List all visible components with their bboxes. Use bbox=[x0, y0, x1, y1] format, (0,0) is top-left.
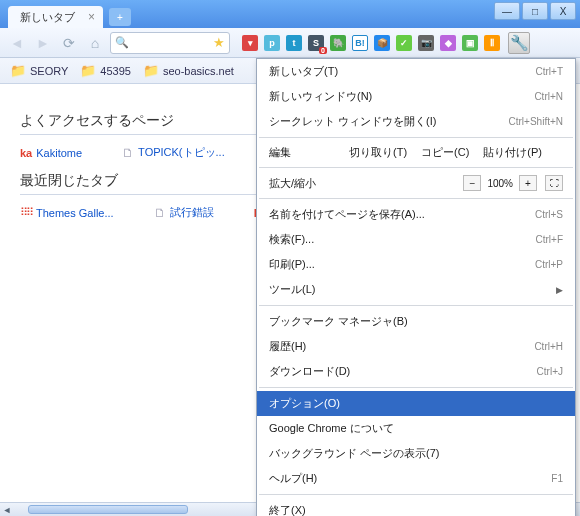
most-visited-item[interactable]: kaKakitome bbox=[20, 145, 82, 160]
menu-exit[interactable]: 終了(X) bbox=[257, 498, 575, 516]
recent-item[interactable]: ⠿⠿Themes Galle... bbox=[20, 205, 114, 220]
menu-label: オプション(O) bbox=[269, 396, 340, 411]
window-titlebar: 新しいタブ × + — □ X bbox=[0, 0, 580, 28]
ext-icon[interactable]: ◆ bbox=[440, 35, 456, 51]
menu-label: 拡大/縮小 bbox=[269, 176, 341, 191]
menu-shortcut: Ctrl+H bbox=[534, 341, 563, 352]
bookmark-folder[interactable]: 📁45395 bbox=[80, 63, 131, 78]
menu-label: 検索(F)... bbox=[269, 232, 314, 247]
maximize-button[interactable]: □ bbox=[522, 2, 548, 20]
menu-paste[interactable]: 貼り付け(P) bbox=[483, 145, 542, 160]
zoom-in-button[interactable]: + bbox=[519, 175, 537, 191]
bookmark-folder[interactable]: 📁seo-basics.net bbox=[143, 63, 234, 78]
back-button[interactable]: ◄ bbox=[6, 32, 28, 54]
menu-label: 新しいウィンドウ(N) bbox=[269, 89, 372, 104]
new-tab-button[interactable]: + bbox=[109, 8, 131, 26]
star-icon[interactable]: ★ bbox=[213, 35, 225, 50]
menu-shortcut: Ctrl+J bbox=[537, 366, 563, 377]
toolbar: ◄ ► ⟳ ⌂ 🔍 ★ ▾ p t S0 🐘 B! 📦 ✓ 📷 ◆ ▣ Ⅱ 🔧 bbox=[0, 28, 580, 58]
item-label: TOPICK(トピッ... bbox=[138, 145, 225, 160]
menu-label: 名前を付けてページを保存(A)... bbox=[269, 207, 425, 222]
ext-icon[interactable]: p bbox=[264, 35, 280, 51]
menu-history[interactable]: 履歴(H)Ctrl+H bbox=[257, 334, 575, 359]
wrench-menu-button[interactable]: 🔧 bbox=[508, 32, 530, 54]
ext-icon[interactable]: 📦 bbox=[374, 35, 390, 51]
menu-label: 編集 bbox=[269, 145, 341, 160]
bookmark-label: SEORY bbox=[30, 65, 68, 77]
ext-icon[interactable]: 🐘 bbox=[330, 35, 346, 51]
menu-shortcut: Ctrl+F bbox=[536, 234, 564, 245]
ext-icon[interactable]: t bbox=[286, 35, 302, 51]
forward-button[interactable]: ► bbox=[32, 32, 54, 54]
menu-find[interactable]: 検索(F)...Ctrl+F bbox=[257, 227, 575, 252]
menu-shortcut: Ctrl+S bbox=[535, 209, 563, 220]
ext-icon[interactable]: B! bbox=[352, 35, 368, 51]
menu-label: 履歴(H) bbox=[269, 339, 306, 354]
page-icon: 🗋 bbox=[122, 146, 134, 160]
search-icon: 🔍 bbox=[115, 36, 129, 49]
menu-downloads[interactable]: ダウンロード(D)Ctrl+J bbox=[257, 359, 575, 384]
menu-label: シークレット ウィンドウを開く(I) bbox=[269, 114, 436, 129]
window-controls: — □ X bbox=[494, 0, 580, 20]
menu-separator bbox=[259, 198, 573, 199]
bookmark-folder[interactable]: 📁SEORY bbox=[10, 63, 68, 78]
scroll-left-button[interactable]: ◄ bbox=[0, 503, 14, 516]
recent-item[interactable]: 🗋試行錯誤 bbox=[154, 205, 214, 220]
menu-shortcut: Ctrl+Shift+N bbox=[509, 116, 563, 127]
menu-about[interactable]: Google Chrome について bbox=[257, 416, 575, 441]
folder-icon: 📁 bbox=[10, 63, 26, 78]
menu-background-pages[interactable]: バックグラウンド ページの表示(7) bbox=[257, 441, 575, 466]
ext-icon[interactable]: Ⅱ bbox=[484, 35, 500, 51]
page-icon: 🗋 bbox=[154, 206, 166, 220]
ext-icon[interactable]: 📷 bbox=[418, 35, 434, 51]
chevron-right-icon: ▶ bbox=[556, 285, 563, 295]
menu-separator bbox=[259, 137, 573, 138]
ext-icon[interactable]: ✓ bbox=[396, 35, 412, 51]
ext-icon[interactable]: ▣ bbox=[462, 35, 478, 51]
menu-shortcut: Ctrl+N bbox=[534, 91, 563, 102]
menu-label: ダウンロード(D) bbox=[269, 364, 350, 379]
menu-new-window[interactable]: 新しいウィンドウ(N)Ctrl+N bbox=[257, 84, 575, 109]
menu-tools[interactable]: ツール(L)▶ bbox=[257, 277, 575, 302]
close-icon[interactable]: × bbox=[88, 10, 95, 24]
menu-label: ブックマーク マネージャ(B) bbox=[269, 314, 408, 329]
menu-help[interactable]: ヘルプ(H)F1 bbox=[257, 466, 575, 491]
menu-shortcut: Ctrl+T bbox=[536, 66, 564, 77]
home-button[interactable]: ⌂ bbox=[84, 32, 106, 54]
menu-copy[interactable]: コピー(C) bbox=[421, 145, 469, 160]
grid-icon: ⠿⠿ bbox=[20, 206, 32, 219]
menu-label: 終了(X) bbox=[269, 503, 306, 516]
menu-print[interactable]: 印刷(P)...Ctrl+P bbox=[257, 252, 575, 277]
tab-title: 新しいタブ bbox=[20, 10, 75, 25]
menu-separator bbox=[259, 305, 573, 306]
menu-zoom-row: 拡大/縮小 − 100% + ⛶ bbox=[257, 171, 575, 195]
site-icon: ka bbox=[20, 147, 32, 159]
menu-separator bbox=[259, 387, 573, 388]
menu-edit-row: 編集 切り取り(T) コピー(C) 貼り付け(P) bbox=[257, 141, 575, 164]
folder-icon: 📁 bbox=[80, 63, 96, 78]
ext-icon[interactable]: S0 bbox=[308, 35, 324, 51]
menu-save-as[interactable]: 名前を付けてページを保存(A)...Ctrl+S bbox=[257, 202, 575, 227]
scrollbar-thumb[interactable] bbox=[28, 505, 188, 514]
browser-tab[interactable]: 新しいタブ × bbox=[8, 6, 103, 28]
reload-button[interactable]: ⟳ bbox=[58, 32, 80, 54]
tab-strip: 新しいタブ × + bbox=[0, 0, 494, 28]
item-label: Kakitome bbox=[36, 147, 82, 159]
fullscreen-button[interactable]: ⛶ bbox=[545, 175, 563, 191]
menu-label: ヘルプ(H) bbox=[269, 471, 317, 486]
minimize-button[interactable]: — bbox=[494, 2, 520, 20]
menu-label: ツール(L) bbox=[269, 282, 315, 297]
ext-icon[interactable]: ▾ bbox=[242, 35, 258, 51]
menu-new-tab[interactable]: 新しいタブ(T)Ctrl+T bbox=[257, 59, 575, 84]
item-label: Themes Galle... bbox=[36, 207, 114, 219]
item-label: 試行錯誤 bbox=[170, 205, 214, 220]
close-window-button[interactable]: X bbox=[550, 2, 576, 20]
menu-incognito[interactable]: シークレット ウィンドウを開く(I)Ctrl+Shift+N bbox=[257, 109, 575, 134]
menu-options[interactable]: オプション(O) bbox=[257, 391, 575, 416]
menu-label: 印刷(P)... bbox=[269, 257, 315, 272]
menu-bookmark-manager[interactable]: ブックマーク マネージャ(B) bbox=[257, 309, 575, 334]
address-bar[interactable]: 🔍 ★ bbox=[110, 32, 230, 54]
menu-cut[interactable]: 切り取り(T) bbox=[349, 145, 407, 160]
most-visited-item[interactable]: 🗋TOPICK(トピッ... bbox=[122, 145, 225, 160]
zoom-out-button[interactable]: − bbox=[463, 175, 481, 191]
